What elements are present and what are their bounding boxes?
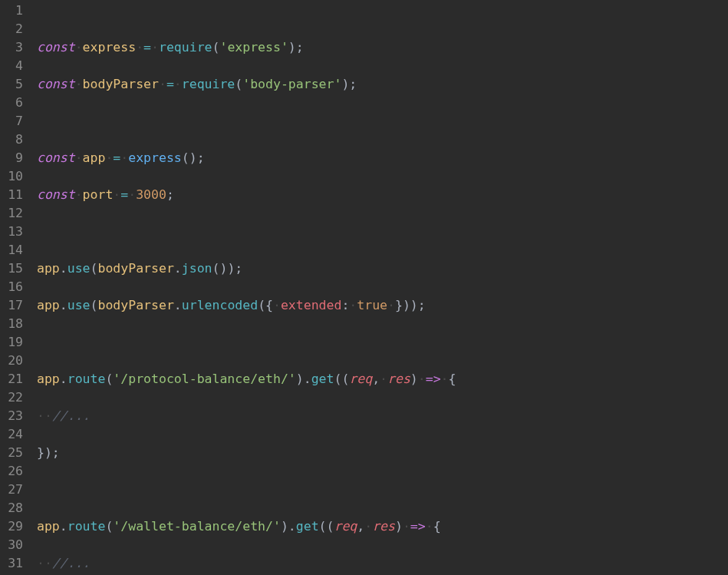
line-number: 11 — [6, 186, 23, 204]
line-number: 18 — [6, 315, 23, 333]
line-number: 22 — [6, 388, 23, 407]
line-number: 23 — [6, 407, 23, 425]
line-number: 20 — [6, 352, 23, 370]
line-number: 13 — [6, 223, 23, 241]
code-line[interactable]: app.route('/wallet-balance/eth/').get((r… — [37, 517, 728, 536]
code-line[interactable]: app.use(bodyParser.json()); — [37, 259, 728, 278]
line-number: 28 — [6, 499, 23, 517]
line-number: 1 — [6, 2, 23, 20]
code-line[interactable]: const·port·=·3000; — [37, 186, 728, 204]
code-line[interactable] — [37, 333, 728, 352]
line-number: 10 — [6, 167, 23, 186]
code-line[interactable] — [37, 112, 728, 131]
line-number: 31 — [6, 554, 23, 573]
line-number: 4 — [6, 57, 23, 75]
code-line[interactable]: const·bodyParser·=·require('body-parser'… — [37, 75, 728, 94]
line-number: 17 — [6, 296, 23, 315]
line-number: 26 — [6, 462, 23, 481]
line-number: 7 — [6, 112, 23, 131]
code-editor[interactable]: 1234567891011121314151617181920212223242… — [0, 0, 728, 575]
line-number: 27 — [6, 481, 23, 499]
line-number: 16 — [6, 278, 23, 296]
code-line[interactable]: app.use(bodyParser.urlencoded({·extended… — [37, 296, 728, 315]
code-line[interactable]: app.route('/protocol-balance/eth/').get(… — [37, 370, 728, 388]
line-number: 21 — [6, 370, 23, 388]
line-number: 3 — [6, 38, 23, 57]
line-number: 14 — [6, 241, 23, 259]
line-number-gutter: 1234567891011121314151617181920212223242… — [0, 0, 31, 575]
code-line[interactable]: }); — [37, 444, 728, 462]
line-number: 5 — [6, 75, 23, 94]
code-line[interactable] — [37, 223, 728, 241]
line-number: 2 — [6, 20, 23, 38]
code-line[interactable]: const·express·=·require('express'); — [37, 38, 728, 57]
code-line[interactable] — [37, 481, 728, 499]
line-number: 19 — [6, 333, 23, 352]
code-area[interactable]: const·express·=·require('express'); cons… — [31, 0, 728, 575]
line-number: 9 — [6, 149, 23, 167]
line-number: 25 — [6, 444, 23, 462]
line-number: 12 — [6, 204, 23, 223]
line-number: 30 — [6, 536, 23, 554]
line-number: 29 — [6, 517, 23, 536]
line-number: 6 — [6, 94, 23, 112]
line-number: 24 — [6, 425, 23, 444]
code-line[interactable]: ··//... — [37, 554, 728, 573]
line-number: 15 — [6, 259, 23, 278]
code-line[interactable]: const·app·=·express(); — [37, 149, 728, 167]
line-number: 8 — [6, 131, 23, 149]
code-line[interactable]: ··//... — [37, 407, 728, 425]
